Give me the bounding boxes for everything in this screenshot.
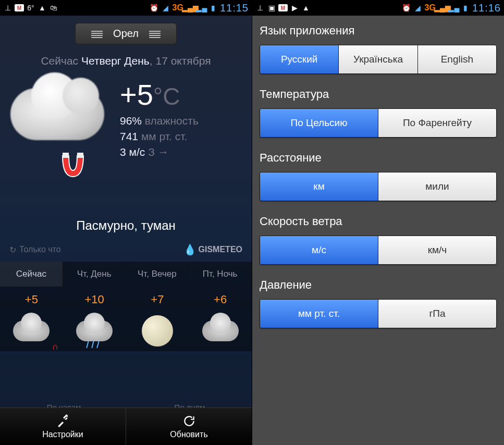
cloud-icon (10, 88, 104, 140)
drop-icon: 💧 (183, 243, 196, 256)
settings-section-title: Расстояние (260, 151, 497, 165)
segment-option[interactable]: По Фаренгейту (378, 109, 496, 137)
pressure-row: 741 мм рт. ст. (120, 130, 241, 143)
segment-option[interactable]: English (418, 45, 496, 73)
weather-body: Орел Сейчас Четверг День, 17 октября +5°… (0, 16, 252, 445)
brand-logo: 💧 GISMETEO (183, 243, 242, 256)
location-name: Орел (113, 28, 139, 40)
humidity-row: 96% влажность (120, 115, 241, 127)
alarm-icon: ⏰ (402, 3, 411, 13)
forecast-tab[interactable]: Пт, Ночь (189, 262, 252, 287)
forecast-tab[interactable]: Сейчас (0, 262, 63, 287)
date-suffix: , 17 октября (150, 55, 211, 67)
forecast-icon: ∩ (0, 311, 63, 351)
svg-rect-1 (77, 153, 83, 158)
warning-icon: ▲ (38, 3, 47, 13)
temp-icon: 6° (26, 3, 35, 13)
settings-body: Язык приложенияРусскийУкраїнськаEnglishТ… (252, 16, 504, 445)
warning-icon: ▲ (301, 3, 311, 13)
location-selector[interactable]: Орел (75, 23, 177, 44)
nav-refresh[interactable]: Обновить (126, 408, 252, 445)
battery-icon: ▮ (208, 3, 218, 13)
forecast-temp: +6 (189, 287, 252, 311)
wifi-icon: ◢ (161, 3, 170, 13)
clock: 11:16 (472, 2, 501, 14)
settings-section: Язык приложенияРусскийУкраїнськаEnglish (260, 24, 497, 74)
forecast-icon (126, 311, 189, 351)
forecast-panel: СейчасЧт, ДеньЧт, ВечерПт, Ночь +5+10+7+… (0, 261, 252, 351)
date-main: Четверг День (81, 55, 150, 67)
forecast-icon (63, 311, 126, 351)
segment-option[interactable]: Русский (260, 45, 339, 73)
segment-option[interactable]: мм рт. ст. (260, 300, 378, 328)
segmented-control: мм рт. ст.гПа (260, 299, 497, 328)
segmented-control: кммили (260, 172, 497, 201)
shop-icon: 🛍 (49, 3, 58, 13)
status-bar: ⊥ ▣ M ▶ ▲ ⏰ ◢ 3G ▂▄▆ ▂▄ ▮ 11:16 (252, 0, 504, 16)
settings-section-title: Скорость ветра (260, 215, 497, 228)
settings-screen: ⊥ ▣ M ▶ ▲ ⏰ ◢ 3G ▂▄▆ ▂▄ ▮ 11:16 Язык при… (252, 0, 504, 445)
date-prefix: Сейчас (41, 55, 78, 67)
battery-icon: ▮ (461, 3, 470, 13)
segment-option[interactable]: км (260, 172, 378, 201)
weather-icon-area (10, 78, 109, 203)
gmail-icon: M (278, 4, 288, 11)
wind-row: 3 м/с З → (120, 146, 241, 158)
signal-icon: ▂▄▆ (186, 3, 195, 13)
weather-screen: ⊥ M 6° ▲ 🛍 ⏰ ◢ 3G ▂▄▆ ▂▄ ▮ 11:15 Орел Се… (0, 0, 252, 445)
current-temperature: +5°C (120, 78, 241, 112)
forecast-tab[interactable]: Чт, Вечер (126, 262, 189, 287)
alarm-icon: ⏰ (150, 3, 159, 13)
segmented-control: РусскийУкраїнськаEnglish (260, 45, 497, 74)
date-line: Сейчас Четверг День, 17 октября (0, 55, 252, 67)
segment-option[interactable]: По Цельсию (260, 109, 378, 137)
play-icon: ▶ (290, 3, 299, 13)
settings-section-title: Температура (260, 88, 497, 101)
last-updated[interactable]: ↻ Только что (9, 245, 61, 255)
svg-rect-0 (63, 153, 69, 158)
wrench-icon (56, 414, 70, 428)
segment-option[interactable]: м/с (260, 236, 378, 264)
bottom-nav: Настройки Обновить (0, 407, 252, 445)
nav-settings[interactable]: Настройки (0, 408, 126, 445)
segment-option[interactable]: км/ч (378, 236, 496, 264)
forecast-temp: +5 (0, 287, 63, 311)
usb-icon: ⊥ (3, 3, 13, 13)
settings-section: ТемператураПо ЦельсиюПо Фаренгейту (260, 88, 497, 138)
image-icon: ▣ (267, 3, 276, 13)
signal-icon-2: ▂▄ (449, 3, 459, 13)
grip-icon (91, 30, 103, 38)
forecast-icon (189, 311, 252, 351)
segmented-control: По ЦельсиюПо Фаренгейту (260, 108, 497, 138)
settings-section-title: Язык приложения (260, 24, 497, 38)
magnet-icon (57, 151, 89, 187)
forecast-tab[interactable]: Чт, День (63, 262, 126, 287)
settings-section-title: Давление (260, 278, 497, 292)
clock: 11:15 (220, 2, 249, 14)
segmented-control: м/скм/ч (260, 236, 497, 265)
wifi-icon: ◢ (413, 3, 423, 13)
segment-option[interactable]: Українська (339, 45, 417, 73)
grip-icon (149, 30, 161, 38)
refresh-icon: ↻ (9, 245, 16, 255)
forecast-temp: +10 (63, 287, 126, 311)
settings-section: Расстояниекммили (260, 151, 497, 201)
segment-option[interactable]: гПа (378, 300, 496, 328)
gmail-icon: M (15, 4, 24, 11)
signal-icon: ▂▄▆ (438, 3, 447, 13)
signal-icon-2: ▂▄ (197, 3, 206, 13)
status-bar: ⊥ M 6° ▲ 🛍 ⏰ ◢ 3G ▂▄▆ ▂▄ ▮ 11:15 (0, 0, 252, 16)
forecast-temp: +7 (126, 287, 189, 311)
settings-section: Скорость ветрам/скм/ч (260, 215, 497, 265)
settings-section: Давлениемм рт. ст.гПа (260, 278, 497, 328)
usb-icon: ⊥ (255, 3, 265, 13)
refresh-icon (182, 414, 196, 428)
segment-option[interactable]: мили (378, 172, 496, 201)
weather-description: Пасмурно, туман (0, 218, 252, 233)
